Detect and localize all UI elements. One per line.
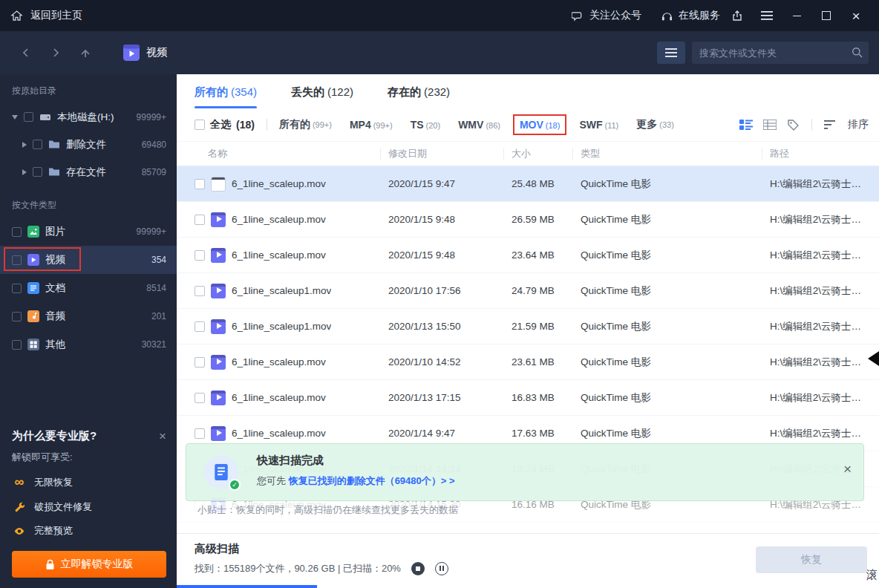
online-service-button[interactable]: 在线服务 (661, 9, 720, 22)
sidebar-item-video[interactable]: 视频 354 (0, 246, 177, 274)
row-checkbox[interactable] (195, 215, 205, 225)
file-size: 16.83 MB (504, 392, 573, 403)
other-checkbox[interactable] (12, 340, 22, 350)
audio-checkbox[interactable] (12, 312, 22, 321)
result-tab[interactable]: 丢失的(122) (291, 85, 353, 108)
audio-count: 201 (151, 311, 166, 321)
follow-official-button[interactable]: 关注公众号 (572, 9, 641, 22)
chevron-down-icon[interactable] (12, 115, 18, 120)
corner-artifact-text: 滚 (866, 568, 878, 582)
sidebar-item-pictures[interactable]: 图片 99999+ (0, 218, 177, 246)
documents-checkbox[interactable] (12, 284, 22, 293)
existing-checkbox[interactable] (33, 167, 42, 177)
close-button[interactable] (843, 4, 869, 27)
tab-label: 存在的 (388, 85, 421, 98)
filter-label: SWF (579, 119, 602, 131)
file-size: 23.61 MB (504, 356, 573, 368)
list-view-icon[interactable] (763, 120, 777, 130)
video-file-icon (211, 177, 226, 192)
column-name[interactable]: 名称 (177, 148, 381, 160)
row-checkbox[interactable] (195, 357, 205, 368)
table-row[interactable]: 6_1line_scaleup.mov 2020/1/10 14:52 23.6… (177, 344, 879, 380)
home-icon[interactable] (10, 10, 23, 22)
status-bar: 高级扫描 找到：155189个文件，90.26 GB | 已扫描：20% 恢复 (177, 533, 879, 585)
filter-count: (99+) (313, 120, 332, 129)
file-size: 21.59 MB (504, 321, 573, 332)
format-filter[interactable]: TS (20) (411, 119, 440, 131)
nav-forward-icon[interactable] (46, 43, 65, 62)
recover-found-link[interactable]: 恢复已找到的删除文件（69480个）> > (289, 475, 455, 486)
format-filter[interactable]: 更多 (33) (636, 118, 674, 131)
column-date[interactable]: 修改日期 (381, 148, 504, 160)
format-filter[interactable]: 所有的 (99+) (279, 118, 332, 131)
nav-back-icon[interactable] (16, 43, 36, 62)
thumbnail-view-icon[interactable] (739, 119, 753, 131)
view-menu-button[interactable] (657, 42, 685, 64)
format-filter[interactable]: MP4 (99+) (350, 119, 393, 131)
share-icon[interactable] (725, 4, 750, 27)
table-row[interactable]: 6_1line_scaleup.mov 2020/1/15 9:48 23.64… (177, 238, 879, 273)
maximize-button[interactable] (814, 4, 839, 27)
eye-icon (12, 526, 27, 537)
format-filter[interactable]: SWF (11) (579, 119, 618, 131)
deleted-checkbox[interactable] (33, 140, 42, 149)
sidebar-item-local-disk[interactable]: 本地磁盘(H:) 99999+ (0, 103, 177, 131)
sidebar-item-documents[interactable]: 文档 8514 (0, 274, 177, 302)
tag-icon[interactable] (787, 119, 800, 131)
nav-up-icon[interactable] (76, 43, 95, 62)
file-type: QuickTime 电影 (573, 427, 762, 440)
format-filter[interactable]: MOV (18) (513, 114, 566, 135)
table-row[interactable]: 6_1line_scaleup.mov 2020/1/13 17:15 16.8… (177, 380, 879, 416)
filter-label: WMV (458, 119, 483, 131)
sort-label[interactable]: 排序 (848, 118, 869, 131)
select-all[interactable]: 全选 (18) (195, 118, 255, 131)
filter-count: (20) (426, 121, 441, 130)
row-checkbox[interactable] (195, 393, 205, 403)
format-filter[interactable]: WMV (86) (458, 119, 500, 131)
disk-checkbox[interactable] (24, 112, 33, 122)
check-badge-icon (229, 479, 241, 491)
existing-label: 存在文件 (66, 166, 106, 179)
chevron-right-icon[interactable] (22, 142, 27, 148)
unlock-pro-button[interactable]: 立即解锁专业版 (12, 551, 166, 578)
table-header: 名称 修改日期 大小 类型 路径 (177, 141, 879, 166)
result-tab[interactable]: 存在的(232) (388, 85, 450, 108)
stop-scan-icon[interactable] (411, 562, 425, 575)
chevron-right-icon[interactable] (22, 169, 27, 175)
format-filters: 所有的 (99+) MP4 (99+) TS (20) WMV (86) (279, 118, 692, 131)
table-row[interactable]: 6_1line_scaleup1.mov 2020/1/10 17:56 24.… (177, 273, 879, 309)
sort-icon[interactable] (824, 120, 836, 130)
menu-icon[interactable] (754, 4, 780, 27)
column-type[interactable]: 类型 (573, 148, 762, 160)
sidebar-item-existing-files[interactable]: 存在文件 85709 (0, 158, 177, 186)
toast-close-icon[interactable]: × (843, 462, 852, 476)
result-tab[interactable]: 所有的(354) (195, 85, 257, 108)
video-label: 视频 (45, 253, 65, 267)
sidebar-item-audio[interactable]: 音频 201 (0, 302, 177, 330)
row-checkbox[interactable] (195, 286, 205, 296)
pictures-count: 99999+ (137, 226, 166, 237)
column-size[interactable]: 大小 (504, 148, 573, 160)
column-path[interactable]: 路径 (762, 148, 879, 160)
sidebar-item-other[interactable]: 其他 30321 (0, 330, 177, 359)
search-box[interactable] (692, 42, 869, 64)
search-input[interactable] (692, 42, 869, 64)
file-date: 2020/1/13 15:50 (381, 321, 504, 332)
sidebar-item-deleted-files[interactable]: 删除文件 69480 (0, 131, 177, 158)
table-row[interactable]: 6_1line_scaleup.mov 2020/1/15 9:48 26.59… (177, 202, 879, 238)
minimize-button[interactable] (784, 4, 809, 27)
pause-scan-icon[interactable] (435, 562, 448, 575)
row-checkbox[interactable] (195, 428, 205, 439)
promo-subtitle: 解锁即可享受: (12, 451, 166, 464)
select-all-checkbox[interactable] (195, 120, 205, 130)
row-checkbox[interactable] (195, 321, 205, 332)
promo-close-icon[interactable]: × (159, 430, 166, 442)
pictures-checkbox[interactable] (12, 227, 22, 237)
row-checkbox[interactable] (195, 179, 205, 189)
video-checkbox[interactable] (12, 255, 22, 265)
table-row[interactable]: 6_1line_scaleup1.mov 2020/1/13 15:50 21.… (177, 309, 879, 344)
back-home-link[interactable]: 返回到主页 (30, 9, 82, 22)
table-row[interactable]: 6_1line_scaleup.mov 2020/1/15 9:47 25.48… (177, 166, 879, 202)
recover-button[interactable]: 恢复 (756, 546, 867, 573)
row-checkbox[interactable] (195, 250, 205, 261)
